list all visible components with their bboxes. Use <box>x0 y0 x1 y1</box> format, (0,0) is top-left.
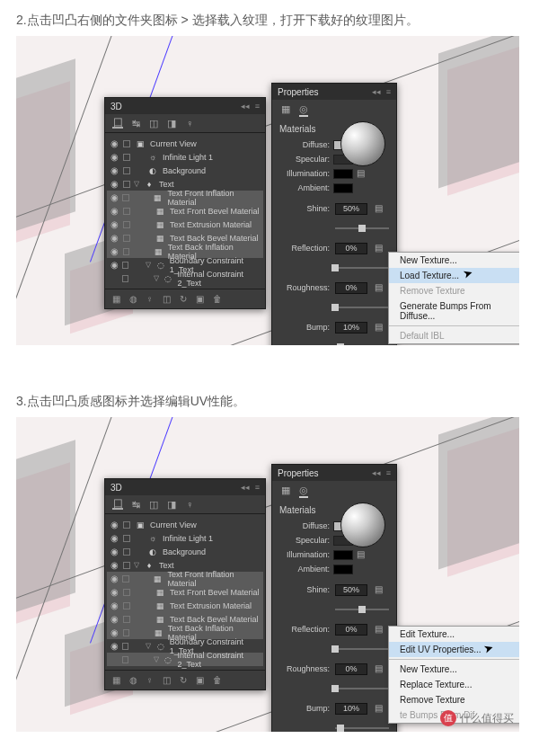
tool-icon[interactable]: ◫ <box>163 294 171 304</box>
tab-cube1-icon[interactable]: ◫ <box>148 118 159 129</box>
trash-icon[interactable]: 🗑 <box>213 294 222 304</box>
tool-icon[interactable]: ◍ <box>129 675 137 685</box>
tool-icon[interactable]: ↻ <box>180 675 187 685</box>
tab-cube1-icon[interactable]: ◫ <box>148 499 159 510</box>
menu-remove-texture[interactable]: Remove Texture <box>389 283 519 298</box>
menu-replace-texture[interactable]: Replace Texture... <box>389 677 519 692</box>
tab-cube2-icon[interactable]: ◨ <box>166 499 177 510</box>
folder-icon[interactable]: ▤ <box>375 204 385 213</box>
panel-menu-icon[interactable]: ≡ <box>386 87 391 96</box>
tool-icon[interactable]: ▦ <box>112 294 120 304</box>
ambient-swatch[interactable] <box>333 565 353 574</box>
eye-icon[interactable]: ◉ <box>110 139 119 148</box>
menu-remove-texture[interactable]: Remove Texture <box>389 692 519 707</box>
eye-icon[interactable]: ◉ <box>110 207 119 216</box>
eye-icon[interactable]: ◉ <box>110 193 119 202</box>
collapse-icon[interactable]: ◂◂ <box>372 87 381 96</box>
slider-bump[interactable]: Bump:10%▤ <box>272 317 396 337</box>
tool-icon[interactable]: ◫ <box>163 675 171 685</box>
tab-pan-icon[interactable]: ↹ <box>130 499 141 510</box>
tab-light-icon[interactable]: ♀ <box>184 499 195 510</box>
menu-new-texture[interactable]: New Texture... <box>389 662 519 677</box>
collapse-icon[interactable]: ◂◂ <box>241 483 250 492</box>
eye-icon[interactable]: ◉ <box>110 166 119 175</box>
folder-icon[interactable]: ▤ <box>375 244 385 253</box>
tool-icon[interactable]: ▣ <box>196 294 204 304</box>
chevron-down-icon[interactable]: ▽ <box>154 274 159 282</box>
panel-3d-toolbar: ▦◍♀◫↻▣🗑 <box>105 289 265 308</box>
tree-background[interactable]: ◉◐Background <box>107 164 263 177</box>
chevron-down-icon[interactable]: ▽ <box>146 261 151 269</box>
menu-default-ibl[interactable]: Default IBL <box>389 328 519 343</box>
slider-reflection[interactable]: Reflection:0%▤ <box>272 238 396 258</box>
tool-icon[interactable]: ▣ <box>196 675 204 685</box>
illumination-swatch[interactable] <box>333 550 353 560</box>
tab-material-icon[interactable]: ◎ <box>299 485 308 498</box>
ambient-swatch[interactable] <box>333 183 353 193</box>
slider-shine[interactable]: Shine:50%▤ <box>272 199 396 218</box>
tree-material-front-inflation[interactable]: ◉▦Text Front Inflation Material <box>107 191 263 204</box>
tool-icon[interactable]: ◍ <box>129 294 137 304</box>
eye-icon[interactable]: ◉ <box>110 261 119 270</box>
eye-icon[interactable]: ◉ <box>110 247 119 256</box>
tab-cube2-icon[interactable]: ◨ <box>166 118 177 129</box>
illumination-swatch[interactable] <box>333 169 353 179</box>
panel-menu-icon[interactable]: ≡ <box>255 102 260 111</box>
eye-icon[interactable]: ◉ <box>110 180 119 189</box>
menu-generate-bumps[interactable]: Generate Bumps From Diffuse... <box>389 298 519 324</box>
tree-current-view[interactable]: ◉▣Current View <box>107 518 263 531</box>
trash-icon[interactable]: 🗑 <box>213 675 222 685</box>
tool-icon[interactable]: ♀ <box>146 675 154 685</box>
eye-icon[interactable]: ◉ <box>110 220 119 229</box>
folder-icon[interactable]: ▤ <box>375 664 385 673</box>
tab-pan-icon[interactable]: ↹ <box>130 118 141 129</box>
tab-grid-icon[interactable]: 囗 <box>112 499 123 510</box>
reflection-value[interactable]: 0% <box>335 243 367 254</box>
roughness-slider[interactable] <box>335 307 389 308</box>
tree-current-view[interactable]: ◉▣Current View <box>107 137 263 150</box>
tree-internal-constraint[interactable]: ▽◌Internal Constraint 2_Text <box>107 653 263 666</box>
bump-folder-icon[interactable]: ▤ <box>375 323 385 332</box>
tab-grid-icon[interactable]: 囗 <box>112 118 123 129</box>
eye-icon[interactable]: ◉ <box>110 153 119 162</box>
bump-value[interactable]: 10% <box>335 322 367 334</box>
tool-icon[interactable]: ▦ <box>112 675 120 685</box>
panel-menu-icon[interactable]: ≡ <box>386 468 391 477</box>
material-preview-sphere <box>340 121 385 166</box>
panel-menu-icon[interactable]: ≡ <box>255 483 260 492</box>
shine-value[interactable]: 50% <box>335 203 367 215</box>
menu-load-texture[interactable]: Load Texture... <box>389 268 519 283</box>
tree-infinite-light[interactable]: ◉☼Infinite Light 1 <box>107 531 263 545</box>
tree-internal-constraint[interactable]: ▽◌Internal Constraint 2_Text <box>107 271 263 285</box>
tree-infinite-light[interactable]: ◉☼Infinite Light 1 <box>107 150 263 164</box>
collapse-icon[interactable]: ◂◂ <box>241 102 250 111</box>
menu-edit-texture[interactable]: Edit Texture... <box>389 627 519 642</box>
folder-icon[interactable]: ▤ <box>375 283 385 292</box>
folder-icon[interactable]: ▤ <box>375 585 385 594</box>
tree-material-front-bevel[interactable]: ◉▦Text Front Bevel Material <box>107 585 263 599</box>
tree-material-front-bevel[interactable]: ◉▦Text Front Bevel Material <box>107 204 263 218</box>
slider-roughness[interactable]: Roughness:0%▤ <box>272 278 396 298</box>
tree-material-extrusion[interactable]: ◉▦Text Extrusion Material <box>107 218 263 231</box>
bump-folder-icon[interactable]: ▤ <box>375 704 385 713</box>
tree-material-front-inflation[interactable]: ◉▦Text Front Inflation Material <box>107 572 263 585</box>
collapse-icon[interactable]: ◂◂ <box>372 468 381 477</box>
tool-icon[interactable]: ♀ <box>146 294 154 304</box>
folder-icon[interactable]: ▤ <box>375 625 385 634</box>
tab-mesh-icon[interactable]: ▦ <box>281 103 290 117</box>
tool-icon[interactable]: ↻ <box>180 294 187 304</box>
tree-material-extrusion[interactable]: ◉▦Text Extrusion Material <box>107 599 263 612</box>
menu-edit-uv[interactable]: Edit UV Properties... <box>389 642 519 657</box>
menu-new-texture[interactable]: New Texture... <box>389 253 519 268</box>
folder-icon[interactable]: ▤ <box>357 550 367 559</box>
shine-slider[interactable] <box>335 227 389 229</box>
eye-icon[interactable]: ◉ <box>110 234 119 243</box>
roughness-value[interactable]: 0% <box>335 282 367 294</box>
tab-mesh-icon[interactable]: ▦ <box>281 485 290 498</box>
tab-light-icon[interactable]: ♀ <box>184 118 195 129</box>
tab-material-icon[interactable]: ◎ <box>299 103 308 117</box>
reflection-slider[interactable] <box>335 267 389 269</box>
tree-background[interactable]: ◉◐Background <box>107 545 263 558</box>
folder-icon[interactable]: ▤ <box>357 169 367 178</box>
chevron-down-icon[interactable]: ▽ <box>134 180 139 188</box>
